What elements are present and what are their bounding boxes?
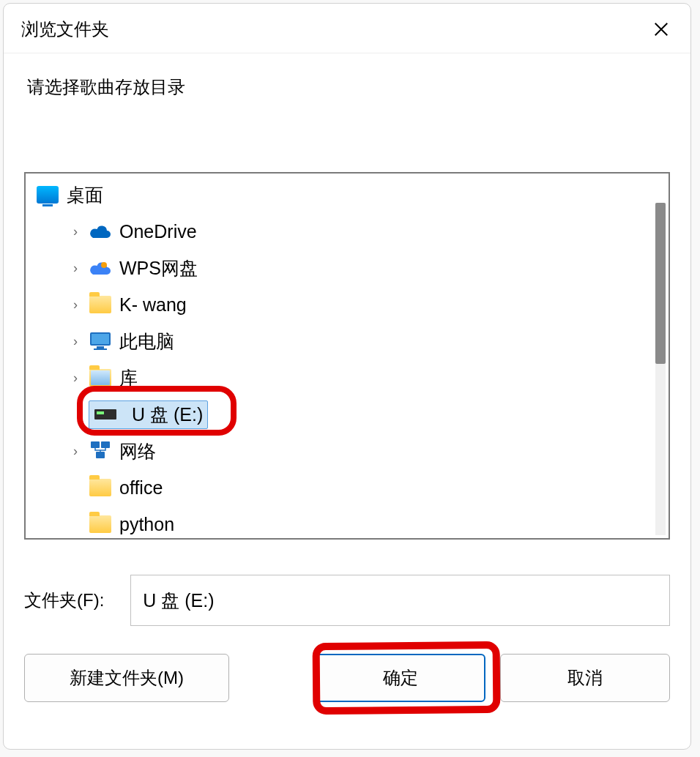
svg-rect-6 bbox=[101, 441, 110, 448]
tree-item-label: OneDrive bbox=[119, 221, 197, 242]
tree-item-usb-e[interactable]: › U 盘 (E:) bbox=[26, 396, 669, 433]
tree-item-thispc[interactable]: › 此电脑 bbox=[26, 323, 669, 359]
scrollbar-thumb[interactable] bbox=[655, 203, 666, 364]
svg-rect-7 bbox=[96, 452, 105, 458]
folder-icon bbox=[89, 512, 112, 536]
svg-rect-3 bbox=[97, 346, 104, 348]
folder-tree[interactable]: 桌面 › OneDrive › WPS网盘 › bbox=[24, 172, 670, 540]
usb-drive-icon bbox=[94, 403, 117, 426]
folder-field-row: 文件夹(F): bbox=[24, 575, 670, 626]
close-button[interactable] bbox=[647, 15, 676, 44]
cloud-icon bbox=[89, 220, 112, 243]
chevron-right-icon[interactable]: › bbox=[67, 334, 84, 349]
chevron-right-icon[interactable]: › bbox=[67, 370, 84, 386]
cloud-icon bbox=[89, 256, 112, 280]
tree-item-office[interactable]: › office bbox=[26, 469, 669, 506]
dialog-title: 浏览文件夹 bbox=[21, 18, 109, 41]
chevron-right-icon[interactable]: › bbox=[67, 224, 84, 239]
folder-name-input[interactable] bbox=[130, 575, 670, 626]
browse-folder-dialog: 浏览文件夹 请选择歌曲存放目录 桌面 › OneDrive bbox=[3, 3, 691, 750]
tree-item-label: 网络 bbox=[119, 439, 156, 463]
svg-rect-4 bbox=[94, 348, 107, 350]
svg-point-0 bbox=[101, 262, 107, 268]
svg-rect-2 bbox=[92, 334, 109, 344]
chevron-right-icon[interactable]: › bbox=[67, 444, 84, 459]
desktop-icon bbox=[36, 183, 59, 206]
chevron-right-icon[interactable]: › bbox=[67, 297, 84, 313]
tree-item-label: office bbox=[119, 477, 163, 499]
tree-item-onedrive[interactable]: › OneDrive bbox=[26, 213, 669, 250]
folder-icon bbox=[89, 476, 112, 499]
close-icon bbox=[653, 21, 669, 37]
scrollbar[interactable] bbox=[655, 203, 666, 535]
library-icon bbox=[89, 366, 112, 389]
folder-field-label: 文件夹(F): bbox=[24, 589, 104, 612]
tree-item-label: 库 bbox=[119, 366, 138, 390]
tree-list: 桌面 › OneDrive › WPS网盘 › bbox=[26, 174, 669, 540]
tree-item-label: 此电脑 bbox=[119, 329, 174, 354]
tree-item-libraries[interactable]: › 库 bbox=[26, 359, 669, 396]
chevron-right-icon[interactable]: › bbox=[67, 261, 84, 276]
network-icon bbox=[89, 439, 112, 463]
svg-rect-5 bbox=[91, 441, 100, 448]
prompt-text: 请选择歌曲存放目录 bbox=[27, 75, 670, 99]
cancel-button[interactable]: 取消 bbox=[500, 654, 670, 702]
tree-item-label: WPS网盘 bbox=[119, 256, 198, 280]
tree-item-python[interactable]: › python bbox=[26, 506, 669, 540]
ok-button[interactable]: 确定 bbox=[316, 654, 485, 702]
tree-item-wps[interactable]: › WPS网盘 bbox=[26, 250, 669, 286]
dialog-content: 请选择歌曲存放目录 桌面 › OneDrive › bbox=[4, 53, 690, 749]
tree-item-desktop[interactable]: 桌面 bbox=[26, 176, 669, 213]
selected-label-wrap: U 盘 (E:) bbox=[89, 400, 208, 429]
tree-item-label: 桌面 bbox=[67, 183, 103, 207]
titlebar: 浏览文件夹 bbox=[4, 4, 690, 53]
tree-item-label: U 盘 (E:) bbox=[132, 403, 203, 427]
tree-item-label: python bbox=[119, 514, 174, 535]
tree-item-kwang[interactable]: › K- wang bbox=[26, 286, 669, 323]
tree-item-network[interactable]: › 网络 bbox=[26, 433, 669, 469]
tree-item-label: K- wang bbox=[119, 294, 187, 316]
pc-icon bbox=[89, 329, 112, 353]
new-folder-button[interactable]: 新建文件夹(M) bbox=[24, 654, 229, 702]
button-row: 新建文件夹(M) 确定 取消 bbox=[24, 654, 670, 717]
folder-icon bbox=[89, 293, 112, 316]
